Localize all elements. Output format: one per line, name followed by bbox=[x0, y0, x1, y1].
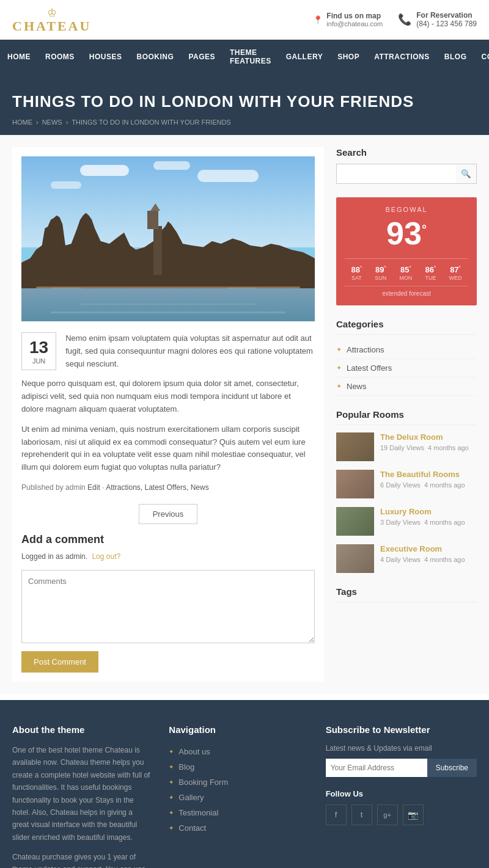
search-input[interactable] bbox=[337, 164, 456, 183]
nav-contact[interactable]: CONTACT bbox=[474, 44, 489, 70]
main-nav: HOME ROOMS HOUSES BOOKING PAGES THEME FE… bbox=[0, 40, 489, 74]
facebook-icon[interactable]: f bbox=[326, 804, 347, 825]
room-item-1[interactable]: The Delux Room 19 Daily Views 4 months a… bbox=[336, 432, 477, 461]
category-item-attractions[interactable]: ✦ Attractions bbox=[336, 341, 477, 359]
article-image bbox=[21, 156, 315, 321]
follow-us-heading: Follow Us bbox=[326, 789, 477, 798]
category-item-news[interactable]: ✦ News bbox=[336, 377, 477, 396]
nav-theme-features[interactable]: THEME FEATURES bbox=[222, 40, 279, 74]
footer-nav-link[interactable]: Blog bbox=[178, 762, 194, 771]
nav-rooms[interactable]: ROOMS bbox=[38, 44, 82, 70]
logout-link[interactable]: Log out? bbox=[92, 552, 120, 561]
nav-blog[interactable]: BLOG bbox=[437, 44, 474, 70]
nav-bullet-icon: ✦ bbox=[169, 809, 174, 816]
date-badge: 13 JUN bbox=[21, 332, 56, 370]
article-paragraphs: Nemo enim ipsam voluptatem quia voluptas… bbox=[21, 332, 315, 370]
popular-rooms-heading: Popular Rooms bbox=[336, 409, 477, 425]
footer-grid: About the theme One of the best hotel th… bbox=[12, 724, 477, 868]
search-heading: Search bbox=[336, 147, 477, 158]
footer-nav-item-blog[interactable]: ✦ Blog bbox=[169, 759, 307, 775]
footer-nav-link[interactable]: Gallery bbox=[178, 793, 204, 802]
nav-bullet-icon: ✦ bbox=[169, 748, 174, 755]
map-icon: 📍 bbox=[313, 15, 323, 24]
logo-crown: ♔ bbox=[47, 6, 57, 20]
email-subscribe-input[interactable] bbox=[326, 759, 427, 777]
google-plus-icon[interactable]: g+ bbox=[377, 804, 398, 825]
find-us-map[interactable]: 📍 Find us on map info@chateau.com bbox=[313, 12, 383, 27]
footer-subscribe-sub: Latest news & Updates via email bbox=[326, 744, 477, 753]
room-name: Luxury Room bbox=[380, 507, 465, 516]
twitter-icon[interactable]: t bbox=[351, 804, 372, 825]
previous-button[interactable]: Previous bbox=[139, 504, 198, 524]
footer-nav-item-gallery[interactable]: ✦ Gallery bbox=[169, 790, 307, 805]
categories-section: Categories ✦ Attractions ✦ Latest Offers… bbox=[336, 319, 477, 396]
comment-section: Add a comment Logged in as admin. Log ou… bbox=[21, 533, 315, 673]
nav-houses[interactable]: HOUSES bbox=[82, 44, 130, 70]
nav-pages[interactable]: PAGES bbox=[181, 44, 222, 70]
category-icon: ✦ bbox=[336, 364, 342, 372]
footer-nav-item-about[interactable]: ✦ About us bbox=[169, 744, 307, 759]
footer-nav-link[interactable]: About us bbox=[178, 747, 210, 756]
nav-booking[interactable]: BOOKING bbox=[130, 44, 182, 70]
category-label: News bbox=[347, 382, 367, 391]
breadcrumb-news[interactable]: NEWS bbox=[42, 119, 62, 126]
popular-rooms-section: Popular Rooms The Delux Room 19 Daily Vi… bbox=[336, 409, 477, 573]
room-item-2[interactable]: The Beautiful Rooms 6 Daily Views 4 mont… bbox=[336, 470, 477, 498]
breadcrumb: HOME › NEWS › THINGS TO DO IN LONDON WIT… bbox=[12, 119, 477, 126]
instagram-icon[interactable]: 📷 bbox=[403, 804, 424, 825]
footer-subscribe-heading: Subscribe to Newsletter bbox=[326, 724, 477, 735]
category-icon: ✦ bbox=[336, 382, 342, 390]
room-info: The Beautiful Rooms 6 Daily Views 4 mont… bbox=[380, 470, 465, 498]
nav-home[interactable]: HOME bbox=[0, 44, 38, 70]
reservation-label: For Reservation bbox=[416, 11, 477, 20]
room-thumb-beautiful bbox=[336, 470, 374, 498]
room-name: Executive Room bbox=[380, 544, 465, 553]
footer-nav-item-testimonial[interactable]: ✦ Testimonial bbox=[169, 805, 307, 820]
edit-link[interactable]: Edit bbox=[87, 483, 100, 492]
footer-about: About the theme One of the best hotel th… bbox=[12, 724, 150, 868]
weather-day-mon: 85° MON bbox=[399, 265, 412, 280]
footer-nav-link[interactable]: Contact bbox=[178, 823, 206, 833]
room-thumb-executive bbox=[336, 544, 374, 573]
footer-about-text1: One of the best hotel theme Chateau is a… bbox=[12, 744, 150, 844]
footer-nav-item-contact[interactable]: ✦ Contact bbox=[169, 820, 307, 836]
breadcrumb-home[interactable]: HOME bbox=[12, 119, 32, 126]
weather-day-sun: 89° SUN bbox=[375, 265, 386, 280]
reservation-phone: (84) - 123 456 789 bbox=[416, 20, 477, 28]
nav-bullet-icon: ✦ bbox=[169, 794, 174, 801]
room-item-4[interactable]: Executive Room 4 Daily Views 4 months ag… bbox=[336, 544, 477, 573]
nav-shop[interactable]: SHOP bbox=[330, 44, 367, 70]
tags-link[interactable]: Attractions, Latest Offers, News bbox=[106, 483, 209, 492]
published-by: Published by admin bbox=[21, 483, 86, 492]
footer-nav-link[interactable]: Testimonial bbox=[178, 808, 218, 817]
comment-textarea[interactable] bbox=[21, 570, 315, 643]
room-meta: 3 Daily Views 4 months ago bbox=[380, 519, 465, 526]
room-meta: 19 Daily Views 4 months ago bbox=[380, 444, 469, 451]
room-item-3[interactable]: Luxury Room 3 Daily Views 4 months ago bbox=[336, 507, 477, 536]
room-meta: 6 Daily Views 4 months ago bbox=[380, 481, 465, 489]
extended-forecast[interactable]: extended forecast bbox=[345, 286, 468, 297]
room-info: Executive Room 4 Daily Views 4 months ag… bbox=[380, 544, 465, 573]
room-meta: 4 Daily Views 4 months ago bbox=[380, 556, 465, 563]
logo[interactable]: ♔ CHATEAU bbox=[12, 6, 91, 33]
article-para-1: Nemo enim ipsam voluptatem quia voluptas… bbox=[21, 332, 315, 370]
footer-nav-heading: Navigation bbox=[169, 724, 307, 735]
nav-attractions[interactable]: ATTRACTIONS bbox=[367, 44, 437, 70]
reservation-info: 📞 For Reservation (84) - 123 456 789 bbox=[398, 11, 477, 28]
nav-gallery[interactable]: GALLERY bbox=[279, 44, 330, 70]
footer-nav-item-booking[interactable]: ✦ Booking Form bbox=[169, 775, 307, 790]
search-button[interactable]: 🔍 bbox=[456, 164, 476, 183]
date-month: JUN bbox=[29, 357, 48, 365]
footer-subscribe: Subscribe to Newsletter Latest news & Up… bbox=[326, 724, 477, 868]
weather-widget: BEGOWAL 93° 88° SAT 89° SUN 85° MON 86 bbox=[336, 197, 477, 305]
article-para-2: Neque porro quisquam est, qui dolorem ip… bbox=[21, 377, 315, 415]
post-comment-button[interactable]: Post Comment bbox=[21, 651, 98, 673]
category-label: Attractions bbox=[347, 345, 384, 354]
follow-us: Follow Us f t g+ 📷 bbox=[326, 789, 477, 825]
weather-days: 88° SAT 89° SUN 85° MON 86° TUE 87° WE bbox=[345, 258, 468, 280]
category-label: Latest Offers bbox=[347, 363, 392, 373]
weather-day-tue: 86° TUE bbox=[425, 265, 436, 280]
subscribe-button[interactable]: Subscribe bbox=[427, 759, 477, 777]
footer-nav-link[interactable]: Booking Form bbox=[178, 778, 228, 787]
category-item-latest-offers[interactable]: ✦ Latest Offers bbox=[336, 359, 477, 377]
